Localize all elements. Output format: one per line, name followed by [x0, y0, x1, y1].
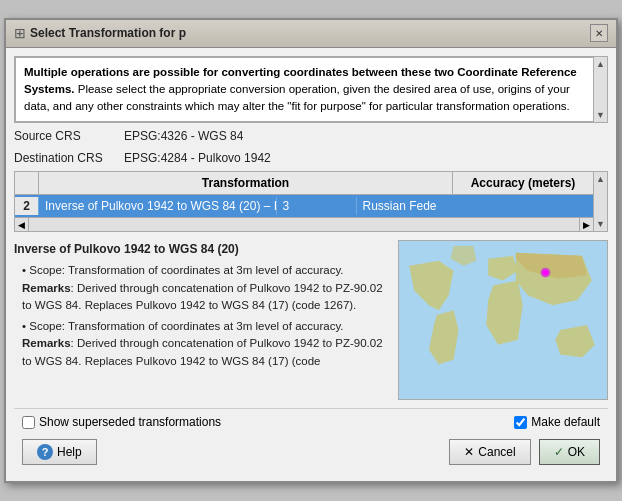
- remarks-label-2: Remarks: [22, 337, 71, 349]
- row-region: Russian Fede: [357, 197, 594, 215]
- v-scroll-up-btn[interactable]: ▲: [594, 172, 607, 186]
- svg-point-2: [543, 270, 549, 276]
- cancel-button[interactable]: ✕ Cancel: [449, 439, 530, 465]
- detail-bullets: Scope: Transformation of coordinates at …: [22, 262, 392, 370]
- title-bar: ⊞ Select Transformation for p ✕: [6, 20, 616, 48]
- scroll-up-btn[interactable]: ▲: [594, 57, 607, 71]
- buttons-row: ? Help ✕ Cancel ✓ OK: [14, 439, 608, 473]
- show-superseded-label: Show superseded transformations: [39, 415, 221, 429]
- detail-text-panel: Inverse of Pulkovo 1942 to WGS 84 (20) S…: [14, 240, 392, 400]
- table-row[interactable]: 2 Inverse of Pulkovo 1942 to WGS 84 (20)…: [15, 195, 593, 217]
- source-crs-value: EPSG:4326 - WGS 84: [124, 129, 243, 143]
- h-scroll-track[interactable]: [29, 218, 579, 231]
- source-crs-row: Source CRS EPSG:4326 - WGS 84: [14, 127, 608, 145]
- table-header: Transformation Accuracy (meters): [15, 172, 593, 195]
- show-superseded-row: Show superseded transformations: [22, 415, 506, 429]
- make-default-row: Make default: [514, 415, 600, 429]
- col-header-num: [15, 172, 39, 194]
- row-accuracy: 3: [277, 197, 357, 215]
- remarks-label-1: Remarks: [22, 282, 71, 294]
- help-icon: ?: [37, 444, 53, 460]
- help-label: Help: [57, 445, 82, 459]
- table-vscroll: ▲ ▼: [593, 172, 607, 231]
- cancel-label: Cancel: [478, 445, 515, 459]
- h-scroll-right-btn[interactable]: ▶: [579, 218, 593, 231]
- scope-2: Scope: Transformation of coordinates at …: [29, 320, 343, 332]
- detail-item-2: Scope: Transformation of coordinates at …: [22, 318, 392, 370]
- world-map-svg: [399, 241, 607, 399]
- show-superseded-checkbox[interactable]: [22, 416, 35, 429]
- dest-crs-label: Destination CRS: [14, 151, 124, 165]
- ok-button[interactable]: ✓ OK: [539, 439, 600, 465]
- info-box-container: Multiple operations are possible for con…: [14, 56, 608, 124]
- scroll-down-btn[interactable]: ▼: [594, 108, 607, 122]
- col-header-transformation: Transformation: [39, 172, 453, 194]
- col-header-accuracy: Accuracy (meters): [453, 172, 593, 194]
- close-button[interactable]: ✕: [590, 24, 608, 42]
- bottom-section: Inverse of Pulkovo 1942 to WGS 84 (20) S…: [14, 240, 608, 400]
- ok-check-icon: ✓: [554, 445, 564, 459]
- info-scroll: ▲ ▼: [593, 57, 607, 123]
- dialog-icon: ⊞: [14, 25, 26, 41]
- detail-title: Inverse of Pulkovo 1942 to WGS 84 (20): [14, 240, 392, 258]
- transformation-table: Transformation Accuracy (meters) 2 Inver…: [14, 171, 608, 232]
- dest-crs-row: Destination CRS EPSG:4284 - Pulkovo 1942: [14, 149, 608, 167]
- table-main: Transformation Accuracy (meters) 2 Inver…: [15, 172, 593, 231]
- dialog-body: Multiple operations are possible for con…: [6, 48, 616, 482]
- select-transformation-dialog: ⊞ Select Transformation for p ✕ Multiple…: [4, 18, 618, 484]
- footer: Show superseded transformations Make def…: [14, 408, 608, 435]
- h-scrollbar: ◀ ▶: [15, 217, 593, 231]
- ok-label: OK: [568, 445, 585, 459]
- map-container: [398, 240, 608, 400]
- source-crs-label: Source CRS: [14, 129, 124, 143]
- info-box: Multiple operations are possible for con…: [15, 57, 607, 123]
- scope-1: Scope: Transformation of coordinates at …: [29, 264, 343, 276]
- h-scroll-left-btn[interactable]: ◀: [15, 218, 29, 231]
- row-transformation: Inverse of Pulkovo 1942 to WGS 84 (20) –…: [39, 197, 277, 215]
- remarks-2: : Derived through concatenation of Pulko…: [22, 337, 383, 366]
- dest-crs-value: EPSG:4284 - Pulkovo 1942: [124, 151, 271, 165]
- dialog-title: Select Transformation for p: [30, 26, 186, 40]
- row-num: 2: [15, 197, 39, 215]
- make-default-label: Make default: [531, 415, 600, 429]
- v-scroll-down-btn[interactable]: ▼: [594, 217, 607, 231]
- make-default-checkbox[interactable]: [514, 416, 527, 429]
- footer-right: Make default: [514, 415, 600, 429]
- help-button[interactable]: ? Help: [22, 439, 97, 465]
- detail-item-1: Scope: Transformation of coordinates at …: [22, 262, 392, 314]
- remarks-1: : Derived through concatenation of Pulko…: [22, 282, 383, 311]
- info-text: Please select the appropriate conversion…: [24, 83, 570, 112]
- cancel-x-icon: ✕: [464, 445, 474, 459]
- ok-cancel-group: ✕ Cancel ✓ OK: [449, 439, 600, 465]
